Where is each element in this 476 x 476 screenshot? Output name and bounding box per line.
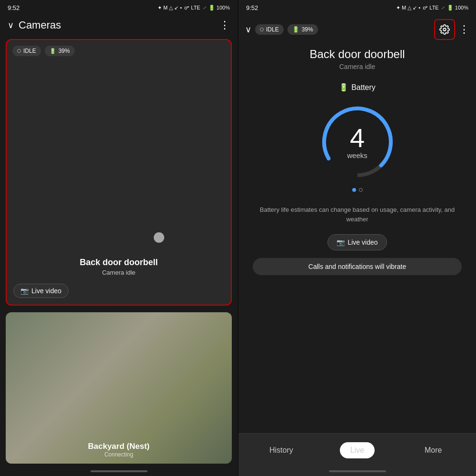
time-right: 9:52 (246, 4, 258, 11)
battery-percent: 39% (59, 48, 70, 54)
live-video-label: Live video (31, 287, 61, 295)
nav-live[interactable]: Live (319, 442, 396, 458)
main-camera-card[interactable]: IDLE 🔋 39% Back door doorbell Camera idl… (6, 39, 232, 306)
svg-point-0 (443, 28, 446, 31)
signal-icons-right: ✦ M △ ↙ • (396, 5, 420, 11)
camera-name: Back door doorbell (7, 258, 231, 268)
status-bar-right: 9:52 ✦ M △ ↙ • oᵒ LTE ⟋ 🔋 100% (238, 0, 476, 15)
battery-unit: weeks (347, 151, 367, 159)
right-top-left-group: ∨ IDLE 🔋 39% (245, 24, 318, 35)
right-top-actions: ⋮ (434, 19, 469, 40)
battery-icon: 🔋 (50, 48, 56, 54)
chevron-down-right-icon[interactable]: ∨ (245, 24, 251, 35)
camera-status: Camera idle (7, 269, 231, 276)
live-video-button[interactable]: 📷 Live video (13, 284, 69, 298)
left-panel: 9:52 ✦ M △ ↙ • oᵒ LTE ⟋ 🔋 100% ∨ Cameras… (0, 0, 238, 476)
battery-value-center: 4 weeks (347, 125, 367, 159)
status-icons-left: ✦ M △ ↙ • oᵒ LTE ⟋ 🔋 100% (158, 5, 230, 11)
live-video-button-right[interactable]: 📷 Live video (327, 234, 387, 250)
top-bar-left: ∨ Cameras ⋮ (0, 15, 238, 35)
signal-icons-left: ✦ M △ ↙ • (158, 5, 182, 11)
bottom-bar-left (0, 466, 238, 476)
top-bar-left-group: ∨ Cameras (8, 19, 61, 31)
battery-right-icon: 🔋 (292, 26, 299, 33)
secondary-camera-name: Backyard (Nest) (13, 442, 224, 451)
idle-badge: IDLE (12, 46, 41, 56)
more-label: More (425, 446, 442, 455)
battery-section: 🔋 Battery 4 weeks (238, 75, 476, 199)
right-panel: 9:52 ✦ M △ ↙ • oᵒ LTE ⟋ 🔋 100% ∨ IDLE 🔋 … (238, 0, 476, 476)
idle-dot-right-icon (260, 28, 264, 31)
battery-circle: 4 weeks (317, 101, 398, 182)
status-icons-right: ✦ M △ ↙ • oᵒ LTE ⟋ 🔋 100% (396, 5, 468, 11)
home-indicator-right (329, 470, 386, 472)
live-label: Live (350, 446, 364, 454)
bottom-bar-right (238, 466, 476, 476)
idle-dot-icon (17, 49, 21, 53)
more-menu-right-icon[interactable]: ⋮ (459, 23, 469, 36)
secondary-camera-info: Backyard (Nest) Connecting (6, 436, 232, 464)
live-video-label-right: Live video (347, 238, 377, 246)
chevron-down-icon[interactable]: ∨ (8, 20, 14, 30)
nav-more[interactable]: More (395, 446, 471, 455)
battery-label-icon: 🔋 (339, 83, 348, 92)
time-left: 9:52 (8, 4, 20, 11)
battery-note: Battery life estimates can change based … (238, 199, 476, 229)
battery-badge: 🔋 39% (45, 46, 75, 56)
camera-info: Back door doorbell Camera idle (7, 258, 231, 276)
gear-icon (439, 24, 450, 35)
device-subtitle: Camera idle (238, 62, 476, 75)
vibrate-toast: Calls and notifications will vibrate (253, 258, 462, 275)
secondary-camera-status: Connecting (13, 451, 224, 458)
video-icon-right: 📷 (337, 238, 345, 246)
battery-number: 4 (347, 125, 367, 151)
camera-badges: IDLE 🔋 39% (12, 46, 75, 56)
network-icons-left: oᵒ LTE ⟋ 🔋 100% (184, 5, 230, 11)
device-title: Back door doorbell (238, 44, 476, 62)
idle-label-right: IDLE (266, 26, 279, 33)
secondary-camera-card[interactable]: Backyard (Nest) Connecting (6, 312, 232, 464)
motion-indicator (154, 232, 164, 243)
live-tab-pill[interactable]: Live (340, 442, 375, 458)
settings-button[interactable] (434, 19, 455, 40)
idle-badge-right: IDLE (255, 24, 284, 35)
page-title: Cameras (19, 19, 61, 31)
bottom-nav: History Live More (238, 433, 476, 466)
history-label: History (269, 446, 293, 455)
battery-badge-right: 🔋 39% (288, 24, 318, 35)
more-menu-icon[interactable]: ⋮ (219, 19, 230, 31)
dot-inactive (359, 188, 363, 192)
idle-label: IDLE (23, 48, 36, 54)
video-camera-icon: 📷 (20, 287, 29, 295)
home-indicator (90, 470, 148, 472)
battery-percent-right: 39% (302, 26, 313, 33)
status-bar-left: 9:52 ✦ M △ ↙ • oᵒ LTE ⟋ 🔋 100% (0, 0, 238, 15)
network-icons-right: oᵒ LTE ⟋ 🔋 100% (423, 5, 468, 11)
right-top-bar: ∨ IDLE 🔋 39% ⋮ (238, 15, 476, 44)
nav-history[interactable]: History (243, 446, 319, 455)
